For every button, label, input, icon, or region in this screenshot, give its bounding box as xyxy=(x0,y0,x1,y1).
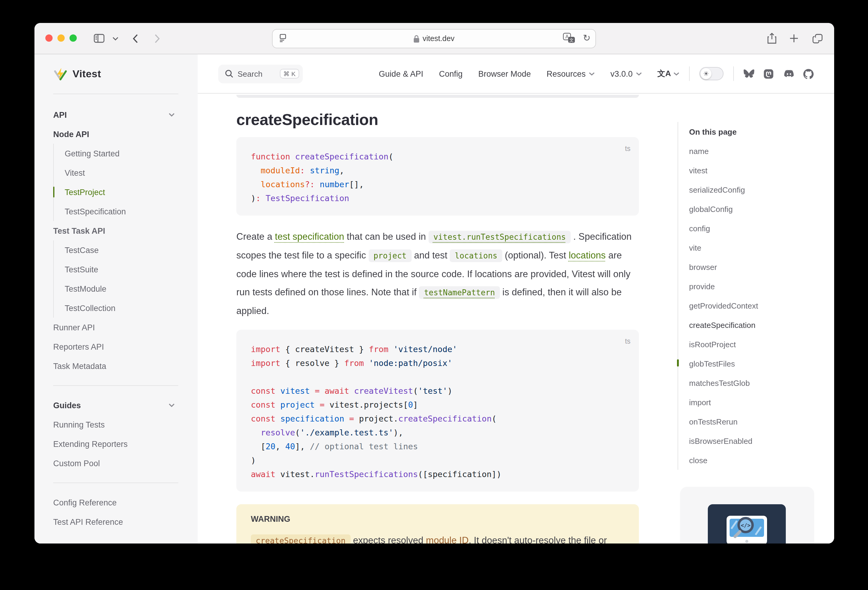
inline-text: and test xyxy=(411,250,450,260)
minimize-window-button[interactable] xyxy=(58,34,65,42)
divider xyxy=(733,66,734,81)
sidebar-group-node-api: Getting StartedVitestTestProjectTestSpec… xyxy=(53,144,198,221)
sidebar-item-testproject[interactable]: TestProject xyxy=(54,182,198,202)
sidebar-item-testsuite[interactable]: TestSuite xyxy=(54,260,198,279)
toc-item-import[interactable]: import xyxy=(689,393,834,412)
toc-item-name[interactable]: name xyxy=(689,141,834,160)
translate-icon[interactable]: A 文 xyxy=(563,32,576,44)
language-menu[interactable]: 文A xyxy=(657,68,679,79)
discord-icon[interactable] xyxy=(783,69,794,78)
sidebar-bottom-links: Config ReferenceTest API Reference xyxy=(53,493,198,531)
sidebar-section-api[interactable]: API xyxy=(53,105,198,124)
sidebar-group-test-task-api: TestCaseTestSuiteTestModuleTestCollectio… xyxy=(53,240,198,318)
warning-body: createSpecification expects resolved mod… xyxy=(251,531,624,543)
sidebar-toggle-icon[interactable] xyxy=(93,23,105,54)
github-icon[interactable] xyxy=(803,69,813,79)
sidebar-item-extending-reporters[interactable]: Extending Reporters xyxy=(53,434,198,453)
sidebar-api-links: Runner APIReporters APITask Metadata xyxy=(53,318,198,376)
toc-item-getprovidedcontext[interactable]: getProvidedContext xyxy=(689,296,834,315)
toc-item-vitest[interactable]: vitest xyxy=(689,160,834,180)
svg-text:文: 文 xyxy=(570,37,574,43)
sidebar: Vitest API Node API Getting StartedVites… xyxy=(34,54,198,543)
sidebar-item-test-task-api[interactable]: Test Task API xyxy=(53,221,198,240)
inline-link[interactable]: test specification xyxy=(275,231,344,241)
logo[interactable]: Vitest xyxy=(53,54,178,94)
nav-resources[interactable]: Resources xyxy=(547,69,595,78)
tab-overview-icon[interactable] xyxy=(811,23,823,54)
bluesky-icon[interactable] xyxy=(744,69,754,78)
toc-title: On this page xyxy=(689,122,834,141)
mastodon-icon[interactable] xyxy=(763,69,774,79)
new-tab-icon[interactable] xyxy=(788,23,799,54)
translate-icon: 文A xyxy=(657,68,671,79)
social-links xyxy=(744,69,813,79)
toc-item-isrootproject[interactable]: isRootProject xyxy=(689,334,834,354)
warning-callout: WARNING createSpecification expects reso… xyxy=(236,504,639,543)
zoom-window-button[interactable] xyxy=(69,34,77,42)
monitor-graphic: </> xyxy=(726,516,767,543)
url-text: vitest.dev xyxy=(422,34,455,43)
share-icon[interactable] xyxy=(766,23,777,54)
toc-item-serializedconfig[interactable]: serializedConfig xyxy=(689,180,834,199)
nav-version[interactable]: v3.0.0 xyxy=(611,69,642,78)
sidebar-item-vitest[interactable]: Vitest xyxy=(54,163,198,182)
vitest-logo-icon xyxy=(53,67,68,81)
sidebar-item-getting-started[interactable]: Getting Started xyxy=(54,144,198,163)
sidebar-item-runner-api[interactable]: Runner API xyxy=(53,318,198,337)
theme-toggle[interactable]: ☀ xyxy=(699,67,723,80)
toc-item-globalconfig[interactable]: globalConfig xyxy=(689,199,834,219)
sponsor-illustration: </> xyxy=(708,504,786,543)
chevron-down-icon xyxy=(589,71,595,77)
sidebar-item-test-api-reference[interactable]: Test API Reference xyxy=(53,512,198,531)
sidebar-item-custom-pool[interactable]: Custom Pool xyxy=(53,453,198,473)
back-button[interactable] xyxy=(131,23,140,54)
toc-item-createspecification[interactable]: createSpecification xyxy=(689,315,834,334)
toc-item-config[interactable]: config xyxy=(689,219,834,238)
table-of-contents: On this page namevitestserializedConfigg… xyxy=(678,122,834,470)
nav-browser-mode[interactable]: Browser Mode xyxy=(478,69,531,78)
divider xyxy=(53,483,178,483)
toc-active-marker xyxy=(677,359,679,366)
code-lang-label: ts xyxy=(625,334,630,349)
sidebar-item-config-reference[interactable]: Config Reference xyxy=(53,493,198,512)
inline-codelink[interactable]: vitest.runTestSpecifications xyxy=(428,231,571,243)
address-bar[interactable]: vitest.dev A 文 ↻ xyxy=(272,29,596,48)
toc-item-vite[interactable]: vite xyxy=(689,238,834,257)
sponsor-card[interactable]: </> xyxy=(680,487,814,543)
sidebar-item-testcollection[interactable]: TestCollection xyxy=(54,298,198,318)
nav-guide-api[interactable]: Guide & API xyxy=(379,69,423,78)
sidebar-item-running-tests[interactable]: Running Tests xyxy=(53,415,198,434)
reload-icon[interactable]: ↻ xyxy=(583,29,590,47)
sidebar-item-testspecification[interactable]: TestSpecification xyxy=(54,202,198,221)
sidebar-guides-links: Running TestsExtending ReportersCustom P… xyxy=(53,415,198,473)
inline-code: project xyxy=(369,249,412,262)
sidebar-chevron-icon[interactable] xyxy=(112,23,119,54)
inline-text: Create a xyxy=(236,231,275,241)
search-input[interactable]: Search ⌘ K xyxy=(218,64,303,83)
close-window-button[interactable] xyxy=(45,34,53,42)
browser-toolbar: vitest.dev A 文 ↻ xyxy=(34,23,834,54)
inline-codelink[interactable]: testNamePattern xyxy=(419,286,500,299)
inline-link[interactable]: module ID xyxy=(426,535,468,543)
nav-config[interactable]: Config xyxy=(439,69,462,78)
sidebar-item-task-metadata[interactable]: Task Metadata xyxy=(53,356,198,376)
toc-item-browser[interactable]: browser xyxy=(689,257,834,277)
toc-item-globtestfiles[interactable]: globTestFiles xyxy=(689,354,834,373)
forward-button[interactable] xyxy=(152,23,162,54)
toc-item-ontestsrerun[interactable]: onTestsRerun xyxy=(689,412,834,431)
toc-item-matchestestglob[interactable]: matchesTestGlob xyxy=(689,373,834,393)
toc-item-isbrowserenabled[interactable]: isBrowserEnabled xyxy=(689,431,834,450)
warning-title: WARNING xyxy=(251,515,624,524)
sidebar-section-guides[interactable]: Guides xyxy=(53,396,198,415)
sidebar-item-testmodule[interactable]: TestModule xyxy=(54,279,198,298)
page-content[interactable]: createSpecification ts function createSp… xyxy=(198,94,834,543)
sidebar-item-testcase[interactable]: TestCase xyxy=(54,240,198,260)
sidebar-item-reporters-api[interactable]: Reporters API xyxy=(53,337,198,356)
divider xyxy=(689,66,690,81)
chevron-down-icon xyxy=(169,402,175,408)
toc-item-provide[interactable]: provide xyxy=(689,277,834,296)
chevron-down-icon xyxy=(169,112,175,118)
sidebar-item-node-api[interactable]: Node API xyxy=(53,124,198,144)
inline-link[interactable]: locations xyxy=(569,250,606,260)
toc-item-close[interactable]: close xyxy=(689,450,834,470)
